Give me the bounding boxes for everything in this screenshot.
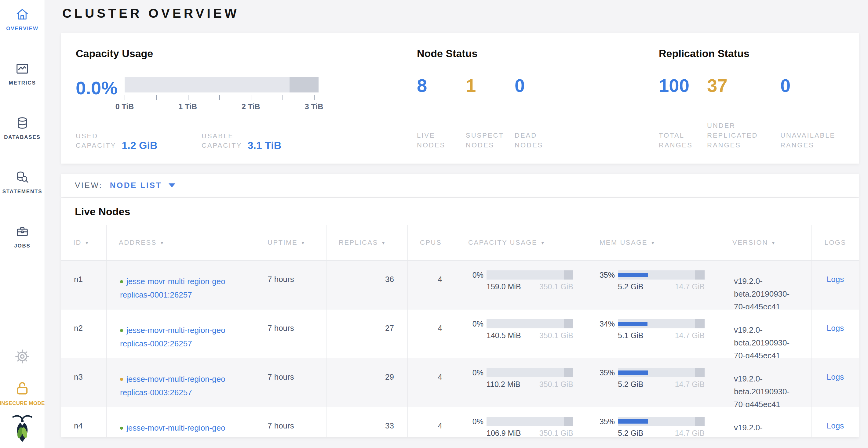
table-row: n4jesse-movr-multi-region-geo replicas-0… bbox=[61, 407, 859, 437]
column-header-capacity[interactable]: CAPACITY USAGE▼ bbox=[456, 225, 587, 260]
table-row: n1jesse-movr-multi-region-geo replicas-0… bbox=[61, 261, 859, 309]
live-nodes-title: Live Nodes bbox=[75, 206, 859, 217]
capacity-usage-total-value: 350.1 GiB bbox=[539, 380, 573, 389]
axis-tick bbox=[219, 95, 220, 100]
column-header-label: UPTIME bbox=[268, 239, 298, 247]
cell-node-id: n3 bbox=[61, 358, 106, 407]
sidebar: OVERVIEWMETRICSDATABASESSTATEMENTSJOBS I… bbox=[0, 0, 45, 448]
capacity-axis-ticks bbox=[125, 95, 314, 100]
cluster-summary-card: Capacity Usage 0.0% 0 TiB1 TiB2 TiB3 TiB… bbox=[61, 33, 859, 164]
node-status-dot bbox=[120, 280, 123, 283]
logs-link[interactable]: Logs bbox=[827, 275, 844, 284]
capacity-usage-bar bbox=[487, 319, 573, 329]
usable-capacity-label: USABLE CAPACITY bbox=[202, 131, 242, 150]
column-header-address[interactable]: ADDRESS▼ bbox=[106, 225, 255, 260]
mem-usage-bar bbox=[618, 417, 705, 426]
axis-tick bbox=[188, 95, 188, 100]
column-header-label: ADDRESS bbox=[119, 239, 157, 247]
mem-usage-bar bbox=[618, 368, 705, 377]
column-header-id[interactable]: ID▼ bbox=[61, 225, 106, 260]
live-nodes-card: Live Nodes ID▼ADDRESS▼UPTIME▼REPLICAS▼CP… bbox=[61, 198, 859, 437]
used-capacity-stat: USED CAPACITY 1.2 GiB bbox=[76, 131, 202, 150]
axis-tick-label: 3 TiB bbox=[305, 102, 323, 111]
summary-stat: 100TOTAL RANGES bbox=[659, 60, 707, 150]
summary-stat: 1SUSPECT NODES bbox=[466, 60, 515, 150]
mem-usage-percent: 34% bbox=[587, 319, 618, 329]
cell-uptime: 7 hours bbox=[255, 407, 326, 437]
axis-tick bbox=[125, 95, 125, 100]
sidebar-item-metrics[interactable]: METRICS bbox=[2, 62, 42, 86]
used-capacity-value: 1.2 GiB bbox=[122, 139, 157, 151]
capacity-usage-used-value: 159.0 MiB bbox=[487, 282, 521, 291]
cell-capacity-usage: 0%140.5 MiB350.1 GiB bbox=[456, 309, 587, 358]
capacity-usage-section: Capacity Usage 0.0% 0 TiB1 TiB2 TiB3 TiB… bbox=[61, 33, 417, 164]
table-row: n2jesse-movr-multi-region-geo replicas-0… bbox=[61, 309, 859, 358]
node-address-link[interactable]: jesse-movr-multi-region-geo replicas-000… bbox=[120, 374, 225, 397]
usable-capacity-stat: USABLE CAPACITY 3.1 TiB bbox=[202, 131, 328, 150]
stat-value: 100 bbox=[659, 77, 707, 95]
sidebar-item-jobs[interactable]: JOBS bbox=[2, 225, 42, 249]
column-header-label: REPLICAS bbox=[339, 239, 378, 247]
capacity-usage-total-value: 350.1 GiB bbox=[539, 331, 573, 340]
logs-link[interactable]: Logs bbox=[827, 421, 844, 430]
stat-label: TOTAL RANGES bbox=[659, 131, 707, 150]
column-header-memory[interactable]: MEM USAGE▼ bbox=[587, 225, 720, 260]
column-header-replicas[interactable]: REPLICAS▼ bbox=[326, 225, 407, 260]
replication-status-section: Replication Status 100TOTAL RANGES37UNDE… bbox=[659, 33, 859, 164]
column-header-uptime[interactable]: UPTIME▼ bbox=[255, 225, 326, 260]
jobs-icon bbox=[15, 225, 29, 240]
axis-tick bbox=[251, 95, 251, 100]
capacity-usage-percent: 0% bbox=[456, 368, 487, 377]
cell-mem-usage: 34%5.1 GiB14.7 GiB bbox=[587, 309, 720, 358]
column-header-label: CAPACITY USAGE bbox=[468, 239, 537, 247]
view-label: VIEW: bbox=[75, 181, 103, 190]
cell-uptime: 7 hours bbox=[255, 261, 326, 309]
logs-link[interactable]: Logs bbox=[827, 372, 844, 381]
cell-cpus: 4 bbox=[407, 309, 456, 358]
capacity-usage-percent: 0% bbox=[456, 319, 487, 329]
column-header-label: MEM USAGE bbox=[599, 239, 648, 247]
stat-label: UNDER- REPLICATED RANGES bbox=[707, 121, 780, 150]
node-address-link[interactable]: jesse-movr-multi-region-geo replicas-000… bbox=[120, 277, 225, 299]
cell-replicas: 27 bbox=[326, 309, 407, 358]
databases-icon bbox=[15, 116, 29, 131]
summary-stat: 0UNAVAILABLE RANGES bbox=[780, 60, 859, 150]
cell-node-id: n2 bbox=[61, 309, 106, 358]
cell-replicas: 33 bbox=[326, 407, 407, 437]
chevron-down-icon[interactable] bbox=[168, 183, 175, 187]
axis-tick bbox=[282, 95, 283, 100]
logs-link[interactable]: Logs bbox=[827, 323, 844, 333]
axis-tick-label: 0 TiB bbox=[116, 102, 134, 111]
stat-label: UNAVAILABLE RANGES bbox=[780, 131, 859, 150]
cell-cpus: 4 bbox=[407, 358, 456, 407]
node-address-link[interactable]: jesse-movr-multi-region-geo replicas-000… bbox=[120, 325, 225, 348]
mem-usage-percent: 35% bbox=[587, 271, 618, 280]
sort-arrow-icon: ▼ bbox=[85, 240, 90, 245]
cell-mem-usage: 35%5.2 GiB14.7 GiB bbox=[587, 261, 720, 309]
capacity-usage-bar bbox=[487, 270, 573, 280]
capacity-bar-reserved-segment bbox=[289, 77, 318, 93]
axis-tick bbox=[314, 95, 315, 100]
sidebar-item-databases[interactable]: DATABASES bbox=[2, 116, 42, 140]
mem-usage-total-value: 14.7 GiB bbox=[675, 380, 705, 389]
cell-address: jesse-movr-multi-region-geo replicas-000… bbox=[106, 358, 255, 407]
sort-arrow-icon: ▼ bbox=[540, 240, 546, 245]
cell-uptime: 7 hours bbox=[255, 358, 326, 407]
insecure-mode-indicator[interactable]: INSECURE MODE bbox=[0, 380, 45, 407]
mem-usage-used-value: 5.1 GiB bbox=[618, 331, 643, 340]
node-status-title: Node Status bbox=[417, 47, 659, 60]
cell-address: jesse-movr-multi-region-geo replicas-000… bbox=[106, 309, 255, 358]
node-address-link[interactable]: jesse-movr-multi-region-geo replicas-000… bbox=[120, 423, 225, 437]
view-dropdown[interactable]: NODE LIST bbox=[110, 181, 162, 190]
sidebar-item-label: OVERVIEW bbox=[6, 26, 38, 32]
capacity-axis-labels: 0 TiB1 TiB2 TiB3 TiB bbox=[125, 102, 314, 111]
cockroachdb-logo-icon[interactable] bbox=[9, 414, 35, 444]
node-status-dot bbox=[120, 329, 123, 332]
node-status-dot bbox=[120, 427, 123, 430]
sort-arrow-icon: ▼ bbox=[771, 240, 776, 245]
settings-button[interactable] bbox=[14, 348, 30, 366]
column-header-version[interactable]: VERSION▼ bbox=[720, 225, 811, 260]
sidebar-item-statements[interactable]: STATEMENTS bbox=[2, 170, 42, 195]
sidebar-item-overview[interactable]: OVERVIEW bbox=[2, 7, 42, 32]
column-header-label: ID bbox=[73, 239, 82, 247]
